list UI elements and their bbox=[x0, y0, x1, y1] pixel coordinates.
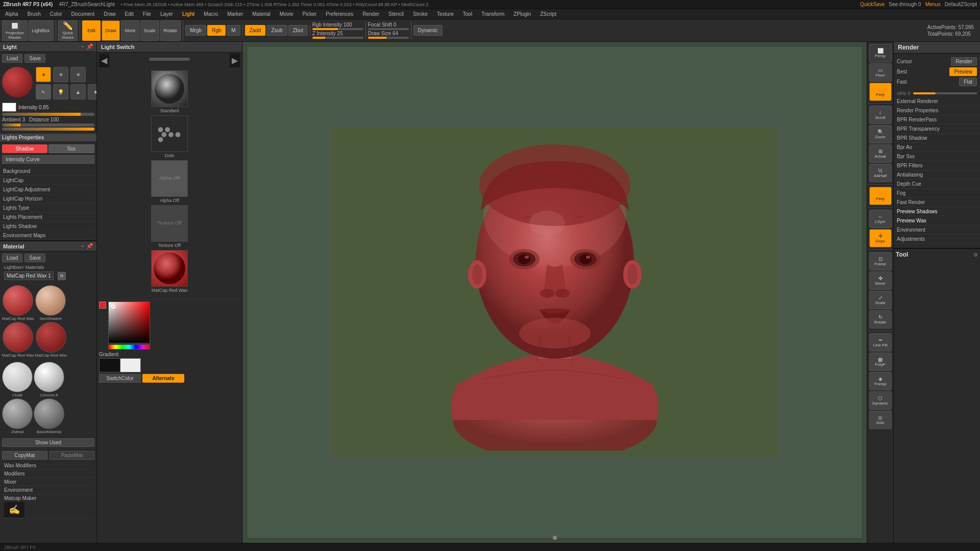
mat-thumb-chrome[interactable] bbox=[34, 362, 64, 392]
mat-item-skinshaded[interactable]: SkinShaded bbox=[35, 285, 66, 321]
menus-btn[interactable]: Menus bbox=[925, 2, 941, 7]
lightcap-item[interactable]: LightCap bbox=[0, 176, 96, 185]
light-icon-btn-3[interactable]: ☀ bbox=[70, 67, 86, 82]
menu-layer[interactable]: Layer bbox=[158, 11, 175, 17]
light-thumb-texture-off-img[interactable]: Texture Off bbox=[151, 205, 188, 242]
light-thumb-matcap[interactable]: MatCap Red Wax bbox=[151, 250, 188, 293]
lightbox-btn[interactable]: LightBox bbox=[29, 20, 54, 41]
mat-item-basic[interactable]: BasicMaterial bbox=[34, 398, 64, 434]
quicksave-btn[interactable]: QuickSave bbox=[860, 2, 885, 7]
persp-active-btn[interactable]: 🟧 Perp bbox=[869, 83, 892, 101]
light-pin-btn[interactable]: 📌 bbox=[86, 43, 93, 50]
render-preview-shadows[interactable]: Preview Shadows bbox=[894, 207, 980, 216]
render-antialiasing[interactable]: Antialiasing bbox=[894, 170, 980, 180]
render-fog[interactable]: Fog bbox=[894, 189, 980, 198]
light-nav-slider[interactable] bbox=[149, 58, 190, 61]
menu-picker[interactable]: Picker bbox=[301, 11, 319, 17]
menu-edit[interactable]: Edit bbox=[123, 11, 136, 17]
environment-maps-item[interactable]: Environment Maps bbox=[0, 231, 96, 240]
mat-thumb-redwax1[interactable] bbox=[3, 285, 33, 316]
gradient-white[interactable] bbox=[120, 358, 141, 372]
mat-thumb-basic[interactable] bbox=[34, 398, 64, 429]
rotate-view-btn[interactable]: ↻ Rotate bbox=[869, 310, 892, 329]
active-color-indicator[interactable] bbox=[99, 302, 106, 309]
menu-stencil[interactable]: Stencil bbox=[386, 11, 406, 17]
light-minimize-btn[interactable]: – bbox=[81, 43, 84, 50]
mat-item-chrome[interactable]: Chrome A bbox=[34, 362, 64, 397]
distance-slider[interactable] bbox=[2, 128, 94, 131]
m-btn[interactable]: M bbox=[227, 25, 240, 36]
environment-item[interactable]: Environment bbox=[2, 486, 94, 494]
scale-btn[interactable]: Scale bbox=[140, 20, 159, 41]
wax-modifiers-item[interactable]: Wax Modifiers bbox=[2, 462, 94, 470]
light-color-swatch[interactable] bbox=[2, 103, 16, 112]
render-adjustments[interactable]: Adjustments bbox=[894, 235, 980, 244]
lsym-btn[interactable]: ↔ LSym bbox=[869, 210, 892, 228]
menu-render[interactable]: Render bbox=[360, 11, 381, 17]
tool-settings-btn[interactable]: ⚙ bbox=[973, 252, 978, 258]
menu-texture[interactable]: Texture bbox=[435, 11, 456, 17]
light-icon-btn-2[interactable]: ☀ bbox=[53, 67, 68, 82]
mat-thumb-redwax2[interactable] bbox=[3, 322, 33, 353]
app-file[interactable]: 4R7_ZBrushSearchLight bbox=[59, 2, 115, 7]
mat-item-redwax2[interactable]: MatCap Red Wax bbox=[2, 322, 34, 358]
scroll-btn[interactable]: ↕ Scroll bbox=[869, 106, 892, 124]
light-thumb-dots-img[interactable] bbox=[151, 115, 188, 152]
menu-file[interactable]: File bbox=[141, 11, 153, 17]
render-bpr-transparency[interactable]: BPR Transparency bbox=[894, 124, 980, 134]
mat-load-btn[interactable]: Load bbox=[2, 254, 22, 262]
lightcap-adj-item[interactable]: LightCap Adjustment bbox=[0, 185, 96, 194]
default-script-btn[interactable]: DefaultZScript bbox=[945, 2, 977, 7]
projection-master-btn[interactable]: 🔲 ProjectionMaster bbox=[2, 20, 28, 41]
menu-zplugin[interactable]: ZPlugin bbox=[511, 11, 533, 17]
alternate-btn[interactable]: Alternate bbox=[142, 374, 184, 383]
render-depth-cue[interactable]: Depth Cue bbox=[894, 180, 980, 189]
rotate-btn[interactable]: Rotate bbox=[160, 20, 181, 41]
light-thumb-dots[interactable]: Dots bbox=[151, 115, 188, 158]
menu-preferences[interactable]: Preferences bbox=[324, 11, 355, 17]
ambient-slider[interactable] bbox=[2, 123, 94, 127]
mat-thumb-chalk[interactable] bbox=[2, 362, 33, 392]
mat-save-btn[interactable]: Save bbox=[24, 254, 45, 262]
modifiers-item[interactable]: Modifiers bbox=[2, 470, 94, 478]
actual-btn[interactable]: ⊞ Actual bbox=[869, 144, 892, 163]
lights-placement-item[interactable]: Lights Placement bbox=[0, 213, 96, 222]
light-thumb-standard-img[interactable] bbox=[151, 70, 188, 107]
mat-item-redwax1[interactable]: MatCap Red Wax bbox=[2, 285, 34, 321]
scale-view-btn[interactable]: ⤢ Scale bbox=[869, 291, 892, 309]
transp-btn[interactable]: ◈ Transp bbox=[869, 372, 892, 390]
menu-stroke[interactable]: Stroke bbox=[411, 11, 430, 17]
menu-draw[interactable]: Draw bbox=[102, 11, 117, 17]
menu-alpha[interactable]: Alpha bbox=[3, 11, 20, 17]
light-thumb-alpha-off[interactable]: Alpha Off Alpha Off bbox=[151, 160, 188, 203]
light-cursor-btn[interactable]: ↖ bbox=[36, 84, 51, 99]
gradient-swatches[interactable] bbox=[99, 358, 141, 372]
draw-btn[interactable]: Draw bbox=[102, 20, 120, 41]
menu-movie[interactable]: Movie bbox=[278, 11, 296, 17]
spix-slider[interactable] bbox=[913, 92, 977, 94]
linefill-btn[interactable]: ━ Line Fill bbox=[869, 333, 892, 352]
mat-item-zmetal[interactable]: ZMetal bbox=[2, 398, 33, 434]
light-load-btn[interactable]: Load bbox=[2, 54, 22, 63]
light-nav-right[interactable]: ▶ bbox=[230, 54, 240, 67]
lights-type-item[interactable]: Lights Type bbox=[0, 204, 96, 213]
lights-shadow-item[interactable]: Lights Shadow bbox=[0, 222, 96, 231]
light-icon-btn-6[interactable]: ★ bbox=[88, 84, 97, 99]
rgb-btn[interactable]: Rgb bbox=[207, 25, 226, 36]
move-btn[interactable]: ✥ Move bbox=[869, 271, 892, 290]
aahalf-btn[interactable]: ½ AAHalf bbox=[869, 164, 892, 182]
render-bpr-filters[interactable]: BPR Filters bbox=[894, 161, 980, 170]
focal-slider[interactable] bbox=[368, 28, 409, 30]
perp-btn[interactable]: 🔶 Perp bbox=[869, 187, 892, 205]
zadd-btn[interactable]: Zadd bbox=[245, 25, 266, 36]
menu-tool[interactable]: Tool bbox=[461, 11, 474, 17]
light-thumb-texture-off[interactable]: Texture Off Texture Off bbox=[151, 205, 188, 248]
menu-marker[interactable]: Marker bbox=[225, 11, 245, 17]
light-preview-ball[interactable] bbox=[2, 67, 33, 97]
light-icon-btn-4[interactable]: 💡 bbox=[53, 84, 68, 99]
light-icon-btn-5[interactable]: ▲ bbox=[70, 84, 86, 99]
render-bpr-ao[interactable]: Bpr Ao bbox=[894, 143, 980, 152]
light-thumb-standard[interactable]: Standard bbox=[151, 70, 188, 113]
render-main-btn[interactable]: Render bbox=[951, 57, 977, 66]
mat-item-chalk[interactable]: Chalk bbox=[2, 362, 33, 397]
